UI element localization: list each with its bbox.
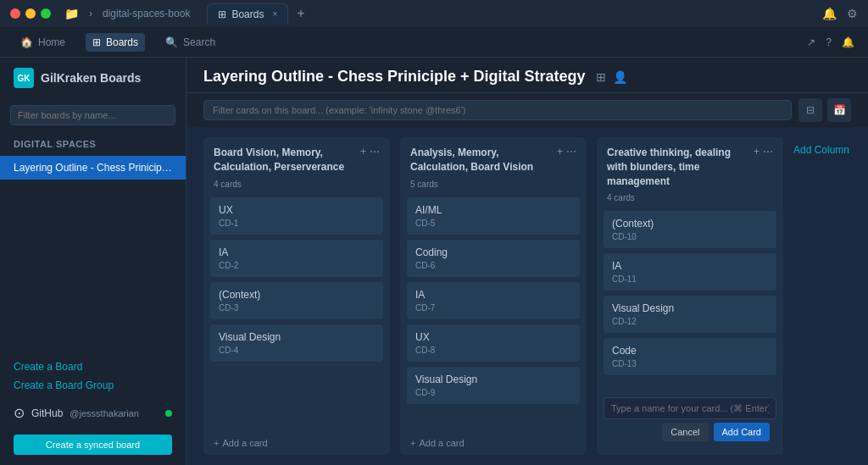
column-1-header: Board Vision, Memory, Calculation, Perse… <box>203 137 390 180</box>
card-title: UX <box>415 331 571 343</box>
card-id: CD-5 <box>415 219 571 228</box>
card-title: IA <box>219 246 375 258</box>
sidebar-filter[interactable] <box>10 105 175 125</box>
boards-nav-icon: ⊞ <box>92 36 101 48</box>
column-1-title: Board Vision, Memory, Calculation, Perse… <box>214 146 360 174</box>
column-3-cards: (Context) CD-10 IA CD-11 Visual Design C… <box>597 208 783 390</box>
folder-icon: 📁 <box>64 7 79 20</box>
logo-icon: GK <box>14 68 34 88</box>
add-icon: + <box>410 438 415 448</box>
table-row[interactable]: Visual Design CD-4 <box>210 324 383 362</box>
table-row[interactable]: Visual Design CD-12 <box>604 296 776 333</box>
column-3-add-icon[interactable]: + <box>754 146 760 158</box>
table-row[interactable]: Coding CD-6 <box>407 240 580 277</box>
cancel-button[interactable]: Cancel <box>662 423 708 441</box>
person-icon[interactable]: 👤 <box>613 70 627 84</box>
calendar-view-button[interactable]: 📅 <box>827 98 851 122</box>
table-row[interactable]: (Context) CD-10 <box>604 211 776 248</box>
column-3-header: Creative thinking, dealing with blunders… <box>597 137 783 193</box>
card-title: IA <box>612 260 768 272</box>
column-2-add-card[interactable]: + Add a card <box>400 431 587 455</box>
column-1-actions: + ⋯ <box>360 146 380 158</box>
grid-icon[interactable]: ⊞ <box>596 70 606 84</box>
toolbar-right: ⊟ 📅 <box>798 98 851 122</box>
nav-search-label: Search <box>183 36 215 48</box>
table-row[interactable]: Code CD-13 <box>604 338 776 375</box>
nav-notification-icon[interactable]: 🔔 <box>842 36 854 48</box>
new-card-form: Cancel Add Card <box>597 390 783 455</box>
minimize-button[interactable] <box>25 8 36 19</box>
card-id: CD-2 <box>219 261 375 270</box>
home-icon: 🏠 <box>20 36 33 48</box>
table-row[interactable]: IA CD-7 <box>407 282 580 319</box>
maximize-button[interactable] <box>41 8 51 19</box>
add-card-button[interactable]: Add Card <box>714 423 770 441</box>
title-bar-right: 🔔 ⚙ <box>822 7 858 20</box>
tab-label: Boards <box>231 8 264 20</box>
table-row[interactable]: (Context) CD-3 <box>210 282 383 319</box>
table-row[interactable]: UX CD-1 <box>210 197 383 235</box>
column-3-menu-icon[interactable]: ⋯ <box>763 146 773 158</box>
card-id: CD-7 <box>415 303 571 313</box>
new-card-input[interactable] <box>604 397 776 419</box>
content-area: Layering Outline - Chess Priniciple + Di… <box>186 58 868 465</box>
tab-bar: ⊞ Boards × + <box>207 3 309 25</box>
column-1-menu-icon[interactable]: ⋯ <box>370 146 380 158</box>
card-id: CD-12 <box>612 317 768 326</box>
card-id: CD-3 <box>219 303 375 313</box>
create-board-group-link[interactable]: Create a Board Group <box>14 379 172 391</box>
new-tab-button[interactable]: + <box>292 6 309 21</box>
toolbar: ⊟ 📅 <box>186 93 868 127</box>
boards-tab[interactable]: ⊞ Boards × <box>207 3 288 25</box>
column-1-add-icon[interactable]: + <box>360 146 366 158</box>
tab-close-button[interactable]: × <box>272 9 277 19</box>
notification-icon[interactable]: 🔔 <box>822 7 837 20</box>
sidebar-logo-text: GilKraken Boards <box>41 71 141 85</box>
external-link-icon[interactable]: ↗ <box>807 36 815 48</box>
sidebar-filter-input[interactable] <box>10 105 175 125</box>
card-title: UX <box>219 204 375 216</box>
column-2-add-icon[interactable]: + <box>557 146 563 158</box>
column-1-count: 4 cards <box>203 180 390 194</box>
table-row[interactable]: UX CD-8 <box>407 324 580 362</box>
column-2-header: Analysis, Memory, Calculation, Board Vis… <box>400 137 587 180</box>
add-column-button[interactable]: Add Column <box>793 137 849 455</box>
column-1: Board Vision, Memory, Calculation, Perse… <box>203 137 390 455</box>
github-section: ⊙ GitHub @jesssthakarian <box>14 398 172 428</box>
traffic-lights <box>10 8 51 19</box>
column-2-menu-icon[interactable]: ⋯ <box>566 146 576 158</box>
table-row[interactable]: IA CD-2 <box>210 240 383 277</box>
sidebar-bottom: Create a Board Create a Board Group ⊙ Gi… <box>0 351 186 465</box>
card-id: CD-8 <box>415 346 571 355</box>
sidebar: GK GilKraken Boards Digital Spaces Layer… <box>0 58 186 465</box>
close-button[interactable] <box>10 8 20 19</box>
create-synced-board-button[interactable]: Create a synced board <box>14 435 172 455</box>
create-board-link[interactable]: Create a Board <box>14 361 172 373</box>
add-icon: + <box>214 438 219 448</box>
settings-icon[interactable]: ⚙ <box>847 7 858 20</box>
column-2-title: Analysis, Memory, Calculation, Board Vis… <box>410 146 557 174</box>
help-icon[interactable]: ? <box>826 36 832 48</box>
column-1-add-card[interactable]: + Add a card <box>203 431 390 455</box>
card-id: CD-6 <box>415 261 571 270</box>
card-title: (Context) <box>219 289 375 301</box>
table-row[interactable]: Visual Design CD-9 <box>407 367 580 404</box>
column-1-cards: UX CD-1 IA CD-2 (Context) CD-3 Visual De… <box>203 194 390 431</box>
sidebar-item-board-1[interactable]: Layering Outline - Chess Priniciple + Di… <box>0 156 186 180</box>
add-column-label[interactable]: Add Column <box>793 144 849 156</box>
nav-home[interactable]: 🏠 Home <box>14 33 72 52</box>
grid-view-button[interactable]: ⊟ <box>798 98 822 122</box>
column-3-title: Creative thinking, dealing with blunders… <box>607 146 754 188</box>
table-row[interactable]: IA CD-11 <box>604 253 776 291</box>
card-id: CD-4 <box>219 346 375 355</box>
table-row[interactable]: AI/ML CD-5 <box>407 197 580 235</box>
card-id: CD-13 <box>612 359 768 368</box>
card-id: CD-1 <box>219 219 375 228</box>
nav-boards[interactable]: ⊞ Boards <box>86 33 145 52</box>
column-3-actions: + ⋯ <box>754 146 773 158</box>
card-title: Visual Design <box>415 374 571 385</box>
filter-cards-input[interactable] <box>203 100 792 120</box>
column-2-count: 5 cards <box>400 180 587 194</box>
card-title: (Context) <box>612 218 768 230</box>
nav-search[interactable]: 🔍 Search <box>159 33 222 52</box>
